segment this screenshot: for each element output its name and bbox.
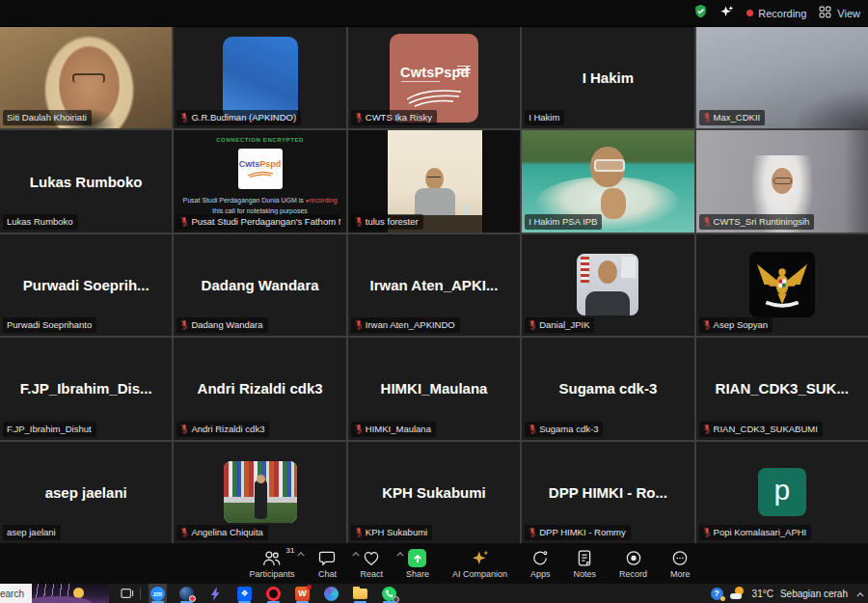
participant-tile-angelina[interactable]: Angelina Chiquita	[174, 442, 345, 543]
participant-name-label: asep jaelani	[3, 525, 61, 540]
participant-tile-i-hakim[interactable]: I HakimI Hakim	[522, 27, 693, 128]
participant-tile-irwan[interactable]: Irwan Aten_APKI...Irwan Aten_APKINDO	[348, 234, 520, 336]
participant-name-label: CWTS Ika Risky	[351, 110, 437, 125]
participant-tile-asep-jaelani[interactable]: asep jaelaniasep jaelani	[0, 442, 172, 543]
participant-name-label: F.JP_Ibrahim_Dishut	[3, 422, 96, 437]
participant-name-text: Lukas Rumboko	[7, 216, 73, 227]
participants-button[interactable]: 31Participants	[249, 548, 294, 579]
chat-button[interactable]: Chat	[317, 548, 337, 579]
participants-icon: 31	[261, 548, 282, 567]
lightning-app-icon[interactable]	[206, 584, 225, 603]
ai-companion-button[interactable]: AI Companion	[452, 548, 507, 579]
task-view-icon[interactable]	[121, 588, 134, 599]
participant-tile-popi[interactable]: pPopi Komalasari_APHI	[696, 442, 868, 543]
participant-name-text: Asep Sopyan	[714, 319, 769, 330]
participant-tile-hakim-psa[interactable]: I Hakim PSA IPB	[522, 130, 693, 232]
participant-tile-max-cdkii[interactable]: Max_CDKII	[696, 27, 868, 128]
taskbar-separator	[140, 588, 141, 599]
participant-name-text: Popi Komalasari_APHI	[714, 527, 807, 537]
copilot-app-icon[interactable]	[322, 584, 340, 603]
weather-icon[interactable]	[730, 587, 746, 600]
chevron-up-icon[interactable]	[352, 549, 360, 559]
weather-temp[interactable]: 31°C	[752, 589, 773, 599]
encryption-shield-icon	[693, 4, 708, 22]
share-label: Share	[406, 569, 429, 579]
mail-app-icon[interactable]	[177, 584, 196, 603]
participant-tile-dpp[interactable]: DPP HIMKI - Ro...DPP HIMKI - Rommy	[522, 442, 693, 543]
show-hidden-icons-chevron[interactable]	[856, 589, 864, 599]
notes-label: Notes	[574, 569, 597, 579]
notes-button[interactable]: Notes	[574, 548, 597, 579]
view-button[interactable]: View	[819, 5, 860, 22]
apps-label: Apps	[530, 569, 551, 579]
participant-name-label: Danial_JPIK	[525, 317, 594, 333]
chevron-up-icon[interactable]	[297, 549, 305, 559]
participant-name-text: tulus forester	[366, 216, 419, 227]
participant-tile-siti[interactable]: Siti Daulah Khoiriati	[0, 27, 172, 128]
participant-tile-fjp[interactable]: F.JP_Ibrahim_Dis...F.JP_Ibrahim_Dishut	[0, 338, 172, 439]
participant-tile-kph[interactable]: KPH SukabumiKPH Sukabumi	[348, 442, 520, 543]
participant-tile-lukas[interactable]: Lukas RumbokoLukas Rumboko	[0, 130, 172, 232]
participant-name-text: I Hakim	[529, 112, 559, 123]
record-label: Record	[619, 569, 647, 579]
ai-companion-topbar-icon[interactable]	[720, 5, 734, 22]
photo-avatar	[577, 254, 638, 315]
more-button[interactable]: More	[670, 548, 691, 579]
weather-desc[interactable]: Sebagian cerah	[780, 589, 848, 599]
muted-mic-icon	[703, 216, 711, 227]
share-button[interactable]: Share	[406, 548, 429, 579]
participant-name-text: Max_CDKII	[714, 112, 761, 123]
participant-tile-cwts-ika[interactable]: CwtsPspdCWTS Ika Risky	[348, 27, 520, 128]
participant-name-label: I Hakim PSA IPB	[525, 214, 602, 230]
participant-name-text: Danial_JPIK	[539, 319, 589, 330]
file-explorer-icon[interactable]	[351, 584, 369, 603]
participant-tile-purwadi[interactable]: Purwadi Soeprih...Purwadi Soeprihanto	[0, 234, 172, 336]
participant-name-label: Irwan Aten_APKINDO	[351, 317, 460, 333]
participant-name-label: Dadang Wandara	[176, 317, 267, 333]
recording-indicator[interactable]: Recording	[746, 8, 806, 19]
search-box-text: earch	[0, 589, 24, 599]
meeting-top-bar: Recording View	[0, 0, 868, 26]
react-label: React	[360, 569, 383, 579]
dropbox-app-icon[interactable]: ❖	[235, 584, 254, 603]
w-app-icon[interactable]: W	[293, 584, 312, 603]
muted-mic-icon	[355, 319, 363, 330]
participant-tile-tulus[interactable]: tulus forester	[348, 130, 520, 232]
muted-mic-icon	[180, 112, 188, 123]
participant-tile-sri[interactable]: CWTS_Sri Runtiningsih	[696, 130, 868, 232]
notes-document-icon	[576, 548, 593, 567]
participant-tile-andri[interactable]: Andri Rizaldi cdk3Andri Rizaldi cdk3	[174, 338, 345, 439]
participant-name-label: I Hakim	[525, 110, 564, 125]
garuda-emblem-icon	[755, 260, 809, 310]
participant-name-label: Pusat Studi Perdagangan's Fathom Note...	[176, 214, 339, 230]
share-green-box	[408, 549, 426, 567]
record-button[interactable]: Record	[619, 548, 647, 579]
ai-sparkle-icon	[471, 548, 490, 567]
letter-avatar: p	[758, 468, 806, 516]
participant-tile-budiman[interactable]: G.R.Budiman (APKINDO)	[174, 27, 345, 128]
participant-name-label: Angelina Chiquita	[176, 525, 267, 540]
blue-avatar	[223, 37, 298, 120]
participant-tile-sugama[interactable]: Sugama cdk-3Sugama cdk-3	[522, 338, 693, 439]
participant-tile-himki[interactable]: HIMKI_MaulanaHIMKI_Maulana	[348, 338, 520, 439]
muted-mic-icon	[529, 319, 536, 330]
opera-app-icon[interactable]	[264, 584, 283, 603]
view-label: View	[837, 8, 860, 19]
help-tray-icon[interactable]: ?	[711, 588, 723, 600]
muted-mic-icon	[355, 112, 363, 123]
participant-name-text: KPH Sukabumi	[366, 527, 427, 537]
taskbar-search-box[interactable]: earch	[0, 584, 32, 603]
zoom-app-icon[interactable]: zm	[149, 584, 167, 603]
participant-name-text: asep jaelani	[7, 527, 56, 537]
participant-tile-fathom[interactable]: CONNECTION ENCRYPTEDCwtsPspdPusat Studi …	[174, 130, 345, 232]
participant-name-label: Siti Daulah Khoiriati	[3, 110, 92, 125]
participant-tile-rian[interactable]: RIAN_CDK3_SUK...RIAN_CDK3_SUKABUMI	[696, 338, 868, 439]
chevron-up-icon[interactable]	[396, 549, 404, 559]
participant-tile-dadang[interactable]: Dadang WandaraDadang Wandara	[174, 234, 345, 336]
apps-button[interactable]: Apps	[530, 548, 551, 579]
heart-icon	[362, 548, 381, 567]
react-button[interactable]: React	[360, 548, 383, 579]
participant-tile-danial[interactable]: Danial_JPIK	[522, 234, 693, 336]
participant-tile-asep-sopyan[interactable]: Asep Sopyan	[696, 234, 868, 336]
whatsapp-app-icon[interactable]	[380, 584, 398, 603]
